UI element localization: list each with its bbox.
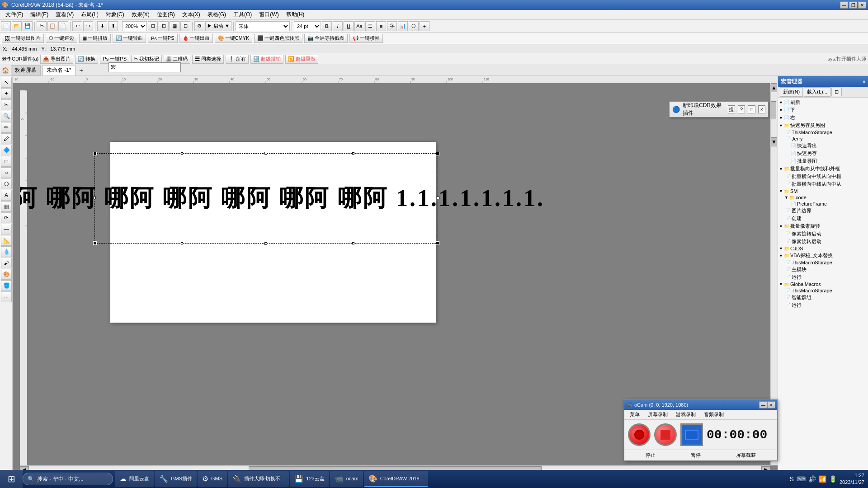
- text-object[interactable]: 哪阿 哪阿 哪阿 哪阿 哪阿 哪阿 哪阿 1.1.1.1.1.1.1.: [94, 153, 438, 244]
- freehand-tool[interactable]: ✏: [1, 122, 12, 133]
- tree-node[interactable]: 📄 ThisMacroStorage: [779, 287, 867, 294]
- tree-node[interactable]: 📄 智能群组: [779, 294, 867, 301]
- save-btn[interactable]: 💾: [23, 21, 33, 31]
- stop-label[interactable]: 停止: [646, 452, 656, 459]
- pause-label[interactable]: 暂停: [691, 452, 701, 459]
- ocam-audio-record-tab[interactable]: 音频录制: [700, 410, 727, 419]
- bucket-tool[interactable]: 🪣: [1, 280, 12, 291]
- copy-btn[interactable]: 📋: [47, 21, 57, 31]
- fontsize-select[interactable]: 24 pt: [294, 21, 321, 31]
- system-clock[interactable]: 1:27 2023/11/27: [840, 472, 864, 486]
- open-btn[interactable]: 📂: [12, 21, 22, 31]
- tray-icon-2[interactable]: ⌨: [797, 475, 806, 483]
- document-tab[interactable]: 未命名 -1*: [42, 65, 75, 75]
- handle-br[interactable]: [436, 241, 439, 245]
- macro-tree[interactable]: ▼ 📄 刷新 ▼ 📄 下 ▼ 📄 右 ▼ 📁 快速另存及另图 📄 ThisMac…: [778, 98, 868, 473]
- polygon-tool[interactable]: ⬡: [1, 178, 12, 189]
- ellipse-tool[interactable]: ○: [1, 167, 12, 178]
- ocam-close-btn[interactable]: ×: [767, 401, 775, 408]
- plus-btn[interactable]: +: [420, 21, 429, 31]
- view3-btn[interactable]: ▦: [170, 21, 179, 31]
- handle-bl[interactable]: [93, 241, 97, 245]
- undo-btn[interactable]: ↩: [72, 21, 82, 31]
- redo-btn[interactable]: ↪: [83, 21, 93, 31]
- tree-node[interactable]: 📄 批量导图: [779, 157, 867, 165]
- settings-btn[interactable]: ⚙: [194, 21, 204, 31]
- tree-node[interactable]: 📄 ThisMacroStorage: [779, 259, 867, 266]
- ocam-record-button[interactable]: [628, 423, 651, 446]
- panel-expand-icon[interactable]: »: [863, 79, 865, 84]
- ocam-screen-record-tab[interactable]: 屏幕录制: [644, 410, 671, 419]
- tree-node[interactable]: ▼ 📄 刷新: [779, 99, 867, 106]
- handle-tc[interactable]: [264, 152, 267, 155]
- copy-macro-btn[interactable]: ⊡: [831, 88, 842, 96]
- cmyk-btn[interactable]: 🎨 一键CMYK: [215, 34, 253, 43]
- tree-node[interactable]: ▼ 📁 code: [779, 194, 867, 201]
- tray-icon-5[interactable]: 🔋: [829, 475, 837, 483]
- select-tool[interactable]: ↖: [1, 77, 12, 88]
- ps-btn[interactable]: Ps 一键PS: [148, 34, 178, 43]
- tree-node[interactable]: 📄 图片边界: [779, 207, 867, 215]
- underline-btn[interactable]: U: [344, 21, 354, 31]
- tree-node[interactable]: 📄 Jerry: [779, 136, 867, 142]
- restore-button[interactable]: ❐: [849, 1, 857, 9]
- tray-icon-3[interactable]: 🔊: [808, 475, 816, 483]
- handle-bc[interactable]: [264, 242, 267, 245]
- tree-node[interactable]: ▼ 📁 批量横向从中线和外框: [779, 165, 867, 173]
- screenshot-label[interactable]: 屏幕截获: [736, 452, 756, 459]
- handle-t2[interactable]: [352, 152, 354, 155]
- screenshot-btn[interactable]: 📷 全屏等待截图: [304, 34, 348, 43]
- menu-item[interactable]: 查看(V): [52, 10, 77, 19]
- fill-tool[interactable]: 🎨: [1, 269, 12, 280]
- table-btn[interactable]: 📊: [398, 21, 408, 31]
- text-format-btn[interactable]: Aa: [354, 21, 364, 31]
- italic-btn[interactable]: I: [333, 21, 343, 31]
- poly-tool[interactable]: 🔷: [1, 145, 12, 155]
- tree-node[interactable]: 📄 运行: [779, 301, 867, 309]
- bleed-btn[interactable]: 🩸 一键出血: [179, 34, 213, 43]
- eyedrop-tool[interactable]: 💧: [1, 246, 12, 257]
- taskbar-gms[interactable]: ⚙ GMS: [198, 471, 227, 487]
- tree-node[interactable]: 📄 像素旋转启动: [779, 238, 867, 245]
- ocam-game-record-tab[interactable]: 游戏录制: [672, 410, 699, 419]
- add-tab-btn[interactable]: +: [77, 66, 85, 75]
- connector-tool[interactable]: —: [1, 224, 12, 235]
- ocam-titlebar[interactable]: 📹 oCam (0, 0, 1920, 1080) — ×: [624, 400, 777, 410]
- start-button[interactable]: ⊞: [0, 470, 23, 488]
- measure-tool[interactable]: 📐: [1, 235, 12, 246]
- menu-item[interactable]: 帮助(H): [283, 10, 308, 19]
- scroll-track-v[interactable]: [771, 92, 778, 137]
- bullet-btn[interactable]: ☰: [365, 21, 375, 31]
- tray-icon-4[interactable]: 📶: [819, 475, 826, 483]
- align-btn[interactable]: ⊟: [180, 21, 190, 31]
- crop-tool[interactable]: ✂: [1, 99, 12, 110]
- ocam-screenshot-button[interactable]: [680, 423, 703, 446]
- view2-btn[interactable]: ⊞: [159, 21, 169, 31]
- pen-tool[interactable]: 🖊: [1, 133, 12, 144]
- zoom-select[interactable]: 200%: [122, 21, 147, 31]
- menu-item[interactable]: 布局(L): [77, 10, 102, 19]
- home-tab[interactable]: 🏠: [2, 67, 9, 74]
- new-macro-btn[interactable]: 新建(N): [780, 87, 803, 97]
- taskbar-aliyun[interactable]: ☁ 阿里云盘: [115, 471, 154, 487]
- taskbar-coreldraw[interactable]: 🎨 CorelDRAW 2018...: [364, 471, 428, 487]
- tree-node[interactable]: 📄 批量横向中线从向中从: [779, 180, 867, 188]
- xyl-close-btn[interactable]: ×: [758, 105, 765, 113]
- menu-item[interactable]: 位图(B): [153, 10, 179, 19]
- start-btn[interactable]: ▶ 启动 ▼: [205, 21, 231, 31]
- tree-node[interactable]: ▼ 📄 下: [779, 106, 867, 114]
- xyl-min-btn[interactable]: □: [748, 105, 755, 113]
- new-btn[interactable]: 📄: [1, 21, 11, 31]
- banner-btn[interactable]: 📢 一键横幅: [349, 34, 383, 43]
- menu-item[interactable]: 文本(X): [179, 10, 204, 19]
- menu-item[interactable]: 对象(C): [102, 10, 128, 19]
- list-btn[interactable]: ≡: [376, 21, 386, 31]
- cut-btn[interactable]: ✂: [37, 21, 47, 31]
- tree-node[interactable]: ▼ 📁 GlobalMacros: [779, 281, 867, 287]
- tree-node[interactable]: 📄 主模块: [779, 266, 867, 273]
- tree-node[interactable]: ▼ 📁 批量像素旋转: [779, 222, 867, 230]
- same-select-btn[interactable]: ☰ 同类选择: [192, 55, 224, 64]
- scroll-up-btn[interactable]: ▲: [771, 83, 777, 92]
- menu-item[interactable]: 效果(X): [128, 10, 153, 19]
- macro-search-input[interactable]: 宏: [108, 62, 181, 72]
